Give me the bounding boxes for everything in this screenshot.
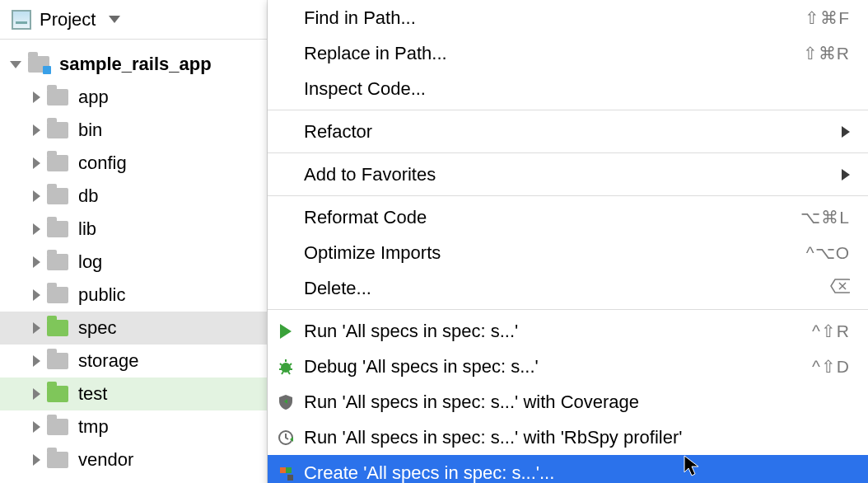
menu-item-label: Run 'All specs in spec: s...' with 'RbSp… — [304, 427, 850, 448]
project-toolbar-label: Project — [40, 9, 96, 30]
expand-arrow-icon[interactable] — [33, 289, 40, 301]
folder-icon — [47, 320, 68, 336]
expand-arrow-icon[interactable] — [33, 421, 40, 433]
tree-item-storage[interactable]: storage — [0, 345, 267, 377]
submenu-arrow-icon — [842, 126, 850, 138]
run-config-icon — [276, 463, 296, 483]
folder-icon — [47, 353, 68, 369]
menu-delete[interactable]: Delete... — [268, 270, 868, 306]
project-view-icon — [12, 10, 31, 30]
profiler-icon — [276, 428, 296, 448]
expand-arrow-icon[interactable] — [33, 157, 40, 169]
svg-rect-2 — [287, 475, 293, 481]
menu-refactor[interactable]: Refactor — [268, 114, 868, 149]
expand-arrow-icon[interactable] — [33, 454, 40, 466]
menu-item-label: Delete... — [304, 278, 830, 299]
folder-icon — [47, 188, 68, 204]
expand-arrow-icon[interactable] — [33, 322, 40, 334]
tree-item-label: config — [78, 152, 127, 174]
folder-icon — [47, 287, 68, 303]
menu-item-label: Run 'All specs in spec: s...' with Cover… — [304, 392, 850, 413]
context-menu: Find in Path... ⇧⌘F Replace in Path... ⇧… — [268, 0, 868, 483]
tree-item-label: app — [78, 87, 109, 108]
tree-item-lib[interactable]: lib — [0, 213, 267, 246]
tree-root[interactable]: sample_rails_app — [0, 48, 267, 81]
expand-arrow-icon[interactable] — [33, 388, 40, 400]
menu-item-label: Run 'All specs in spec: s...' — [304, 321, 812, 342]
tree-item-label: tmp — [78, 416, 109, 438]
menu-add-to-favorites[interactable]: Add to Favorites — [268, 157, 868, 192]
menu-item-label: Create 'All specs in spec: s...'... — [304, 462, 850, 484]
menu-shortcut: ⇧⌘F — [805, 8, 850, 28]
svg-point-0 — [281, 363, 291, 373]
menu-optimize-imports[interactable]: Optimize Imports ^⌥O — [268, 235, 868, 270]
menu-run[interactable]: Run 'All specs in spec: s...' ^⇧R — [268, 313, 868, 349]
menu-debug[interactable]: Debug 'All specs in spec: s...' ^⇧D — [268, 349, 868, 384]
tree-item-label: lib — [78, 218, 96, 240]
folder-icon — [47, 122, 68, 138]
tree-item-db[interactable]: db — [0, 180, 267, 213]
project-toolbar[interactable]: Project — [0, 0, 267, 40]
menu-item-label: Replace in Path... — [304, 43, 803, 64]
folder-icon — [28, 56, 49, 73]
menu-separator — [268, 152, 868, 153]
project-dropdown-icon[interactable] — [109, 16, 120, 23]
delete-icon — [830, 278, 850, 298]
tree-item-label: spec — [78, 317, 116, 339]
menu-create-run-config[interactable]: Create 'All specs in spec: s...'... — [268, 455, 868, 483]
tree-item-label: test — [78, 383, 107, 405]
menu-item-label: Debug 'All specs in spec: s...' — [304, 356, 812, 377]
menu-run-coverage[interactable]: Run 'All specs in spec: s...' with Cover… — [268, 384, 868, 420]
menu-replace-in-path[interactable]: Replace in Path... ⇧⌘R — [268, 35, 868, 71]
expand-arrow-icon[interactable] — [33, 190, 40, 202]
menu-find-in-path[interactable]: Find in Path... ⇧⌘F — [268, 0, 868, 35]
folder-icon — [47, 452, 68, 468]
expand-arrow-icon[interactable] — [33, 124, 40, 136]
expand-arrow-icon[interactable] — [33, 256, 40, 268]
menu-shortcut: ^⌥O — [806, 243, 850, 263]
expand-arrow-icon[interactable] — [33, 91, 40, 103]
tree-item-tmp[interactable]: tmp — [0, 410, 267, 443]
submenu-arrow-icon — [842, 169, 850, 181]
folder-icon — [47, 419, 68, 435]
tree-item-label: log — [78, 251, 102, 273]
menu-item-label: Find in Path... — [304, 7, 805, 29]
menu-item-label: Inspect Code... — [304, 78, 850, 100]
menu-inspect-code[interactable]: Inspect Code... — [268, 71, 868, 106]
project-tree: sample_rails_app app bin config db lib — [0, 40, 267, 476]
tree-item-label: vendor — [78, 449, 133, 471]
menu-separator — [268, 309, 868, 310]
tree-item-label: storage — [78, 350, 138, 372]
menu-item-label: Optimize Imports — [304, 242, 806, 264]
menu-item-label: Refactor — [304, 121, 833, 143]
folder-icon — [47, 221, 68, 237]
tree-item-app[interactable]: app — [0, 81, 267, 114]
expand-arrow-icon[interactable] — [33, 355, 40, 367]
menu-run-profiler[interactable]: Run 'All specs in spec: s...' with 'RbSp… — [268, 420, 868, 455]
folder-icon — [47, 155, 68, 171]
expand-arrow-icon[interactable] — [33, 223, 40, 235]
folder-icon — [47, 386, 68, 402]
debug-icon — [276, 357, 296, 377]
tree-item-label: bin — [78, 120, 102, 141]
tree-item-vendor[interactable]: vendor — [0, 443, 267, 476]
menu-separator — [268, 110, 868, 110]
tree-item-test[interactable]: test — [0, 377, 267, 410]
menu-separator — [268, 195, 868, 196]
tree-root-label: sample_rails_app — [59, 54, 212, 75]
tree-item-bin[interactable]: bin — [0, 114, 267, 147]
run-icon — [276, 321, 296, 341]
tree-item-public[interactable]: public — [0, 279, 267, 312]
menu-item-label: Reformat Code — [304, 207, 800, 228]
tree-item-config[interactable]: config — [0, 147, 267, 180]
folder-icon — [47, 254, 68, 270]
expand-arrow-icon[interactable] — [10, 61, 21, 68]
menu-shortcut: ^⇧R — [812, 321, 850, 341]
menu-shortcut: ⇧⌘R — [803, 44, 850, 63]
menu-reformat-code[interactable]: Reformat Code ⌥⌘L — [268, 199, 868, 235]
menu-shortcut: ⌥⌘L — [800, 208, 850, 227]
coverage-icon — [276, 392, 296, 412]
tree-item-spec[interactable]: spec — [0, 312, 267, 345]
tree-item-log[interactable]: log — [0, 246, 267, 279]
project-panel: Project sample_rails_app app bin config … — [0, 0, 268, 483]
